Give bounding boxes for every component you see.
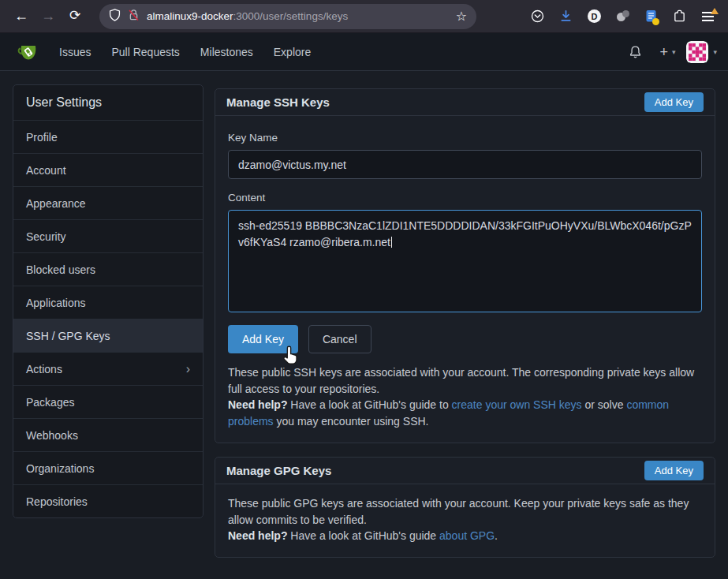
extension-puzzle-icon[interactable] <box>667 5 692 28</box>
nav-link-issues[interactable]: Issues <box>49 33 101 71</box>
url-domain: almalinux9-docker <box>147 10 233 22</box>
text-cursor <box>391 237 392 248</box>
url-bar[interactable]: almalinux9-docker:3000/user/settings/key… <box>99 4 476 29</box>
create-ssh-keys-link[interactable]: create your own SSH keys <box>452 398 582 411</box>
pocket-icon[interactable] <box>525 5 550 28</box>
nav-link-pull-requests[interactable]: Pull Requests <box>101 33 189 71</box>
tracking-shield-icon[interactable] <box>109 9 121 24</box>
chevron-right-icon: › <box>186 363 190 375</box>
navbar-right: + ▾ ▾ <box>622 41 717 63</box>
sidebar-item-appearance[interactable]: Appearance <box>13 186 203 219</box>
reload-icon[interactable]: ⟳ <box>62 4 88 29</box>
settings-main: Manage SSH Keys Add Key Key Name Content… <box>215 88 715 558</box>
need-help-label: Need help? <box>228 398 287 411</box>
extension-gray-icon[interactable] <box>610 5 635 28</box>
sidebar-item-profile[interactable]: Profile <box>13 120 203 153</box>
cancel-button[interactable]: Cancel <box>308 325 371 353</box>
notifications-bell-icon[interactable] <box>622 45 648 59</box>
toolbar-extensions-area: D <box>525 5 720 28</box>
sidebar-item-blocked-users[interactable]: Blocked users <box>13 252 203 286</box>
url-path: :3000/user/settings/keys <box>233 10 349 22</box>
ssh-keys-panel: Manage SSH Keys Add Key Key Name Content… <box>215 88 715 443</box>
chevron-down-icon: ▾ <box>672 48 676 56</box>
save-page-icon[interactable] <box>639 5 663 28</box>
ssh-content-textarea[interactable]: ssh-ed25519 BBBBC3NzaC1lZDI1NTE5DDDDIDAN… <box>228 210 702 312</box>
nav-link-explore[interactable]: Explore <box>263 33 321 71</box>
gpg-panel-body: These public GPG keys are associated wit… <box>215 484 715 557</box>
gpg-keys-panel: Manage GPG Keys Add Key These public GPG… <box>215 457 715 558</box>
gpg-panel-title: Manage GPG Keys <box>226 464 331 477</box>
avatar[interactable] <box>686 41 708 63</box>
need-help-label: Need help? <box>228 529 287 542</box>
sidebar-item-account[interactable]: Account <box>13 153 203 186</box>
bookmark-star-icon[interactable]: ☆ <box>456 9 467 24</box>
ssh-help-text: These public SSH keys are associated wit… <box>228 364 702 430</box>
url-text: almalinux9-docker:3000/user/settings/key… <box>147 10 449 22</box>
app-menu-icon[interactable] <box>696 5 720 28</box>
about-gpg-link[interactable]: about GPG <box>439 529 495 542</box>
chevron-down-icon: ▾ <box>713 48 717 56</box>
gpg-help-text: These public GPG keys are associated wit… <box>228 495 702 544</box>
back-icon[interactable]: ← <box>8 4 35 29</box>
ssh-panel-body: Key Name Content ssh-ed25519 BBBBC3NzaC1… <box>215 116 715 443</box>
sidebar-title: User Settings <box>13 85 203 120</box>
insecure-lock-icon[interactable] <box>128 9 140 24</box>
site-navbar: Issues Pull Requests Milestones Explore … <box>0 33 728 71</box>
sidebar-item-actions[interactable]: Actions › <box>13 352 203 385</box>
sidebar-item-applications[interactable]: Applications <box>13 286 203 319</box>
gpg-panel-header: Manage GPG Keys Add Key <box>215 458 715 484</box>
ssh-panel-title: Manage SSH Keys <box>226 95 330 109</box>
create-new-dropdown[interactable]: + ▾ <box>659 45 675 59</box>
settings-sidebar: User Settings Profile Account Appearance… <box>13 84 203 518</box>
sidebar-item-webhooks[interactable]: Webhooks <box>13 418 203 451</box>
extension-d-icon[interactable]: D <box>582 5 607 28</box>
settings-page: User Settings Profile Account Appearance… <box>0 71 728 579</box>
plus-icon: + <box>659 45 668 59</box>
application-window: ← → ⟳ almalinux9-docker:3000/user/settin… <box>0 0 728 579</box>
ssh-panel-header: Manage SSH Keys Add Key <box>215 89 715 116</box>
ssh-add-key-header-button[interactable]: Add Key <box>644 92 704 112</box>
forward-icon: → <box>35 4 62 29</box>
ssh-form-buttons: Add Key Cancel <box>228 325 702 353</box>
sidebar-item-ssh-gpg-keys[interactable]: SSH / GPG Keys <box>13 319 203 352</box>
gitea-logo-icon[interactable] <box>16 40 41 64</box>
sidebar-item-repositories[interactable]: Repositories <box>13 484 203 517</box>
sidebar-item-packages[interactable]: Packages <box>13 385 203 418</box>
key-name-input[interactable] <box>228 150 702 179</box>
sidebar-item-security[interactable]: Security <box>13 219 203 252</box>
add-key-submit-button[interactable]: Add Key <box>228 325 298 353</box>
key-name-label: Key Name <box>228 132 702 144</box>
update-badge <box>711 8 719 14</box>
user-menu-dropdown[interactable]: ▾ <box>686 41 717 63</box>
sidebar-item-organizations[interactable]: Organizations <box>13 451 203 484</box>
downloads-icon[interactable] <box>554 5 578 28</box>
browser-toolbar: ← → ⟳ almalinux9-docker:3000/user/settin… <box>0 0 728 33</box>
content-label: Content <box>228 192 702 204</box>
nav-link-milestones[interactable]: Milestones <box>190 33 263 71</box>
gpg-add-key-header-button[interactable]: Add Key <box>644 461 704 480</box>
